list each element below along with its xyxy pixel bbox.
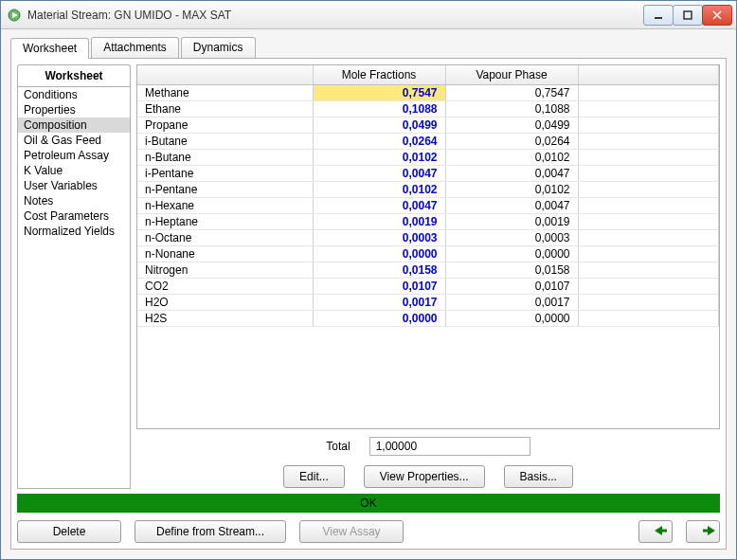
table-row: i-Butane0,02640,0264 (137, 133, 719, 149)
view-assay-button: View Assay (299, 520, 404, 543)
table-row: Propane0,04990,0499 (137, 117, 719, 133)
svg-marker-8 (708, 526, 715, 535)
nav-item-user-variables[interactable]: User Variables (18, 178, 130, 193)
svg-rect-7 (661, 530, 667, 533)
cell-name[interactable]: n-Hexane (137, 197, 313, 213)
close-button[interactable] (702, 5, 732, 26)
cell-vapour-phase[interactable]: 0,0003 (445, 229, 578, 245)
maximize-button[interactable] (673, 5, 703, 26)
cell-empty (578, 133, 719, 149)
cell-vapour-phase[interactable]: 0,0000 (445, 245, 578, 262)
ok-bar[interactable]: OK (17, 494, 720, 513)
nav-item-properties[interactable]: Properties (18, 102, 130, 117)
cell-name[interactable]: Methane (137, 84, 313, 100)
tab-attachments[interactable]: Attachments (91, 37, 179, 58)
cell-mole-fraction[interactable]: 0,0003 (313, 229, 445, 245)
cell-empty (578, 310, 719, 326)
cell-name[interactable]: n-Heptane (137, 213, 313, 229)
col-name[interactable] (137, 65, 313, 84)
nav-item-notes[interactable]: Notes (18, 193, 130, 208)
define-from-stream-button[interactable]: Define from Stream... (135, 520, 286, 543)
cell-vapour-phase[interactable]: 0,1088 (445, 100, 578, 117)
cell-mole-fraction[interactable]: 0,0107 (313, 278, 445, 294)
cell-mole-fraction[interactable]: 0,0000 (313, 245, 445, 262)
table-row: n-Pentane0,01020,0102 (137, 181, 719, 197)
nav-item-k-value[interactable]: K Value (18, 163, 130, 178)
cell-name[interactable]: Propane (137, 117, 313, 133)
cell-mole-fraction[interactable]: 0,0158 (313, 262, 445, 278)
cell-mole-fraction[interactable]: 0,0000 (313, 310, 445, 326)
cell-vapour-phase[interactable]: 0,0019 (445, 213, 578, 229)
cell-name[interactable]: CO2 (137, 278, 313, 294)
cell-vapour-phase[interactable]: 0,0047 (445, 165, 578, 181)
nav-item-petroleum-assay[interactable]: Petroleum Assay (18, 148, 130, 163)
cell-name[interactable]: Ethane (137, 100, 313, 117)
cell-empty (578, 213, 719, 229)
cell-name[interactable]: Nitrogen (137, 262, 313, 278)
tab-worksheet[interactable]: Worksheet (10, 38, 89, 59)
back-button[interactable] (638, 520, 673, 543)
nav-item-oil-gas-feed[interactable]: Oil & Gas Feed (18, 133, 130, 148)
cell-vapour-phase[interactable]: 0,0000 (445, 310, 578, 326)
client-area: Worksheet Attachments Dynamics Worksheet… (1, 29, 736, 559)
cell-empty (578, 100, 719, 117)
cell-vapour-phase[interactable]: 0,0017 (445, 294, 578, 310)
total-input[interactable] (369, 437, 530, 456)
minimize-button[interactable] (643, 5, 674, 26)
tab-dynamics[interactable]: Dynamics (181, 37, 256, 58)
cell-mole-fraction[interactable]: 0,1088 (313, 100, 445, 117)
nav-item-cost-parameters[interactable]: Cost Parameters (18, 208, 130, 224)
cell-vapour-phase[interactable]: 0,0158 (445, 262, 578, 278)
col-vapour-phase[interactable]: Vapour Phase (445, 65, 578, 84)
window-controls (644, 5, 732, 26)
cell-name[interactable]: n-Butane (137, 149, 313, 165)
col-mole-fractions[interactable]: Mole Fractions (313, 65, 445, 84)
nav-item-conditions[interactable]: Conditions (18, 87, 130, 102)
forward-button[interactable] (686, 520, 720, 543)
cell-name[interactable]: n-Octane (137, 229, 313, 245)
cell-vapour-phase[interactable]: 0,0102 (445, 181, 578, 197)
cell-name[interactable]: n-Pentane (137, 181, 313, 197)
cell-mole-fraction[interactable]: 0,0499 (313, 117, 445, 133)
cell-vapour-phase[interactable]: 0,0102 (445, 149, 578, 165)
table-row: H2O0,00170,0017 (137, 294, 719, 310)
main-panel: Mole Fractions Vapour Phase Methane0,754… (136, 64, 720, 490)
total-label: Total (326, 440, 350, 453)
nav-panel: Worksheet ConditionsPropertiesCompositio… (17, 64, 131, 490)
window: Material Stream: GN UMIDO - MAX SAT Work… (0, 0, 737, 560)
cell-mole-fraction[interactable]: 0,0017 (313, 294, 445, 310)
svg-rect-9 (703, 530, 709, 533)
cell-empty (578, 245, 719, 262)
cell-mole-fraction[interactable]: 0,0102 (313, 181, 445, 197)
cell-mole-fraction[interactable]: 0,0264 (313, 133, 445, 149)
cell-name[interactable]: H2S (137, 310, 313, 326)
edit-button[interactable]: Edit... (283, 465, 345, 488)
cell-empty (578, 181, 719, 197)
nav-item-normalized-yields[interactable]: Normalized Yields (18, 224, 130, 239)
cell-mole-fraction[interactable]: 0,0102 (313, 149, 445, 165)
delete-button[interactable]: Delete (17, 520, 121, 543)
cell-mole-fraction[interactable]: 0,0047 (313, 197, 445, 213)
cell-name[interactable]: H2O (137, 294, 313, 310)
cell-mole-fraction[interactable]: 0,0019 (313, 213, 445, 229)
cell-vapour-phase[interactable]: 0,0499 (445, 117, 578, 133)
cell-name[interactable]: n-Nonane (137, 245, 313, 262)
view-properties-button[interactable]: View Properties... (364, 465, 485, 488)
basis-button[interactable]: Basis... (504, 465, 573, 488)
cell-mole-fraction[interactable]: 0,7547 (313, 84, 445, 100)
cell-mole-fraction[interactable]: 0,0047 (313, 165, 445, 181)
cell-vapour-phase[interactable]: 0,0047 (445, 197, 578, 213)
cell-name[interactable]: i-Pentane (137, 165, 313, 181)
cell-vapour-phase[interactable]: 0,7547 (445, 84, 578, 100)
cell-vapour-phase[interactable]: 0,0107 (445, 278, 578, 294)
cell-vapour-phase[interactable]: 0,0264 (445, 133, 578, 149)
table-row: n-Nonane0,00000,0000 (137, 245, 719, 262)
cell-name[interactable]: i-Butane (137, 133, 313, 149)
cell-empty (578, 117, 719, 133)
table-row: n-Heptane0,00190,0019 (137, 213, 719, 229)
nav-header: Worksheet (17, 64, 131, 86)
nav-item-composition[interactable]: Composition (18, 117, 130, 133)
titlebar: Material Stream: GN UMIDO - MAX SAT (1, 1, 736, 29)
table-row: Nitrogen0,01580,0158 (137, 262, 719, 278)
window-title: Material Stream: GN UMIDO - MAX SAT (27, 9, 644, 22)
